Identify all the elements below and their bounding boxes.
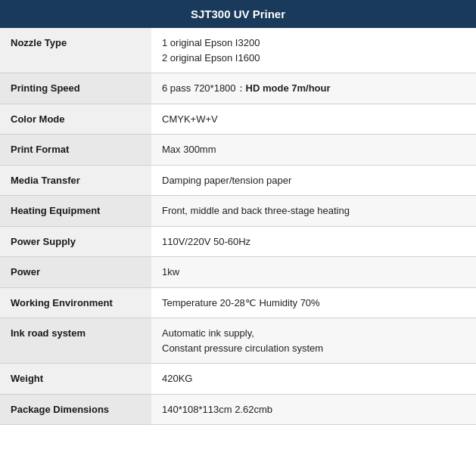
page-title: SJT300 UV Priner: [191, 8, 285, 20]
table-row: Power Supply110V/220V 50-60Hz: [0, 226, 476, 257]
row-value: 1 original Epson I32002 original Epson I…: [151, 28, 476, 73]
row-value: 6 pass 720*1800：HD mode 7m/hour: [151, 73, 476, 104]
row-value: Max 300mm: [151, 135, 476, 166]
row-label: Working Environment: [0, 287, 151, 318]
row-value: 1kw: [151, 257, 476, 288]
row-value: Front, middle and back three-stage heati…: [151, 196, 476, 227]
row-label: Nozzle Type: [0, 28, 151, 73]
row-value: 420KG: [151, 364, 476, 395]
table-row: Power1kw: [0, 257, 476, 288]
table-row: Print FormatMax 300mm: [0, 135, 476, 166]
row-value: 140*108*113cm 2.62cmb: [151, 394, 476, 425]
table-row: Media TransferDamping paper/tension pape…: [0, 165, 476, 196]
row-label: Heating Equipment: [0, 196, 151, 227]
row-label: Power: [0, 257, 151, 288]
table-row: Color ModeCMYK+W+V: [0, 104, 476, 135]
row-value: Damping paper/tension paper: [151, 165, 476, 196]
row-label: Package Dimensions: [0, 394, 151, 425]
row-value: 110V/220V 50-60Hz: [151, 226, 476, 257]
row-value: Automatic ink supply,Constant pressure c…: [151, 318, 476, 364]
table-row: Nozzle Type1 original Epson I32002 origi…: [0, 28, 476, 73]
table-row: Weight420KG: [0, 364, 476, 395]
table-row: Heating EquipmentFront, middle and back …: [0, 196, 476, 227]
row-label: Power Supply: [0, 226, 151, 257]
row-label: Printing Speed: [0, 73, 151, 104]
bold-value: HD mode 7m/hour: [246, 82, 331, 94]
row-label: Weight: [0, 364, 151, 395]
row-label: Color Mode: [0, 104, 151, 135]
row-label: Print Format: [0, 135, 151, 166]
table-row: Printing Speed6 pass 720*1800：HD mode 7m…: [0, 73, 476, 104]
table-row: Package Dimensions140*108*113cm 2.62cmb: [0, 394, 476, 425]
specs-table: Nozzle Type1 original Epson I32002 origi…: [0, 28, 476, 425]
row-label: Ink road system: [0, 318, 151, 364]
row-value: Temperature 20-28℃ Humidity 70%: [151, 287, 476, 318]
title-bar: SJT300 UV Priner: [0, 0, 476, 28]
table-row: Ink road systemAutomatic ink supply,Cons…: [0, 318, 476, 364]
row-label: Media Transfer: [0, 165, 151, 196]
table-row: Working EnvironmentTemperature 20-28℃ Hu…: [0, 287, 476, 318]
row-value: CMYK+W+V: [151, 104, 476, 135]
